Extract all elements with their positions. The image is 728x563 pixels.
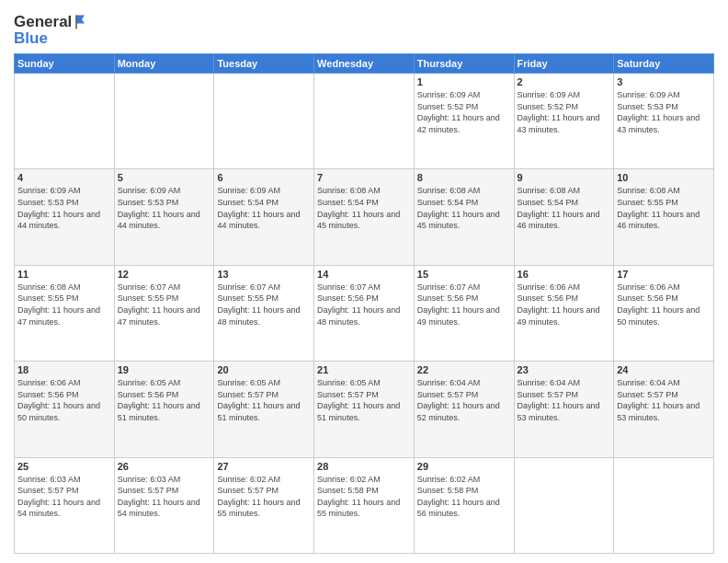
calendar-cell: 28Sunrise: 6:02 AM Sunset: 5:58 PM Dayli… (314, 457, 415, 553)
calendar-cell: 2Sunrise: 6:09 AM Sunset: 5:52 PM Daylig… (514, 74, 614, 169)
calendar-cell: 21Sunrise: 6:05 AM Sunset: 5:57 PM Dayli… (314, 362, 415, 457)
day-number: 24 (617, 364, 711, 375)
calendar-cell (614, 457, 714, 553)
day-info: Sunrise: 6:07 AM Sunset: 5:55 PM Dayligh… (217, 282, 311, 327)
calendar-cell: 27Sunrise: 6:02 AM Sunset: 5:57 PM Dayli… (214, 457, 314, 553)
calendar-cell: 29Sunrise: 6:02 AM Sunset: 5:58 PM Dayli… (414, 457, 514, 553)
day-info: Sunrise: 6:09 AM Sunset: 5:54 PM Dayligh… (217, 185, 311, 231)
calendar-cell (15, 74, 115, 169)
calendar-cell: 6Sunrise: 6:09 AM Sunset: 5:54 PM Daylig… (214, 169, 314, 265)
calendar-cell: 12Sunrise: 6:07 AM Sunset: 5:55 PM Dayli… (114, 265, 214, 361)
calendar-cell: 10Sunrise: 6:08 AM Sunset: 5:55 PM Dayli… (614, 169, 714, 265)
day-number: 17 (617, 269, 711, 280)
day-number: 5 (118, 172, 211, 183)
calendar-table: SundayMondayTuesdayWednesdayThursdayFrid… (14, 53, 714, 554)
day-number: 1 (417, 76, 511, 87)
calendar-cell (514, 457, 614, 553)
day-info: Sunrise: 6:07 AM Sunset: 5:56 PM Dayligh… (417, 282, 511, 327)
calendar-cell: 23Sunrise: 6:04 AM Sunset: 5:57 PM Dayli… (514, 362, 614, 457)
calendar-cell: 9Sunrise: 6:08 AM Sunset: 5:54 PM Daylig… (514, 169, 614, 265)
day-number: 9 (518, 172, 611, 183)
calendar-cell: 22Sunrise: 6:04 AM Sunset: 5:57 PM Dayli… (414, 362, 514, 457)
day-number: 20 (217, 364, 311, 375)
day-info: Sunrise: 6:08 AM Sunset: 5:54 PM Dayligh… (417, 185, 511, 231)
day-info: Sunrise: 6:05 AM Sunset: 5:57 PM Dayligh… (317, 377, 411, 423)
day-number: 28 (317, 461, 411, 472)
day-info: Sunrise: 6:03 AM Sunset: 5:57 PM Dayligh… (118, 474, 211, 520)
calendar-cell (314, 74, 415, 169)
header-friday: Friday (514, 54, 614, 74)
header-tuesday: Tuesday (214, 54, 314, 74)
day-info: Sunrise: 6:09 AM Sunset: 5:53 PM Dayligh… (118, 185, 211, 231)
day-info: Sunrise: 6:09 AM Sunset: 5:52 PM Dayligh… (518, 89, 611, 135)
day-number: 21 (317, 364, 411, 375)
calendar-week-3: 18Sunrise: 6:06 AM Sunset: 5:56 PM Dayli… (15, 362, 714, 457)
calendar-cell: 19Sunrise: 6:05 AM Sunset: 5:56 PM Dayli… (114, 362, 214, 457)
day-info: Sunrise: 6:04 AM Sunset: 5:57 PM Dayligh… (617, 377, 711, 423)
day-info: Sunrise: 6:09 AM Sunset: 5:53 PM Dayligh… (617, 89, 711, 135)
day-number: 14 (317, 269, 411, 280)
day-number: 10 (617, 172, 711, 183)
day-number: 22 (417, 364, 511, 375)
calendar-cell: 17Sunrise: 6:06 AM Sunset: 5:56 PM Dayli… (614, 265, 714, 361)
calendar-cell: 16Sunrise: 6:06 AM Sunset: 5:56 PM Dayli… (514, 265, 614, 361)
header-wednesday: Wednesday (314, 54, 415, 74)
calendar-cell: 4Sunrise: 6:09 AM Sunset: 5:53 PM Daylig… (15, 169, 115, 265)
calendar-cell: 3Sunrise: 6:09 AM Sunset: 5:53 PM Daylig… (614, 74, 714, 169)
calendar-cell: 5Sunrise: 6:09 AM Sunset: 5:53 PM Daylig… (114, 169, 214, 265)
day-info: Sunrise: 6:02 AM Sunset: 5:58 PM Dayligh… (417, 474, 511, 520)
svg-rect-0 (76, 16, 78, 29)
day-info: Sunrise: 6:04 AM Sunset: 5:57 PM Dayligh… (518, 377, 611, 423)
day-info: Sunrise: 6:08 AM Sunset: 5:54 PM Dayligh… (317, 185, 411, 231)
header-sunday: Sunday (15, 54, 115, 74)
day-number: 23 (518, 364, 611, 375)
day-number: 7 (317, 172, 411, 183)
calendar-cell: 24Sunrise: 6:04 AM Sunset: 5:57 PM Dayli… (614, 362, 714, 457)
page: General Blue SundayMondayTuesdayWednesda… (0, 0, 728, 563)
calendar-cell: 15Sunrise: 6:07 AM Sunset: 5:56 PM Dayli… (414, 265, 514, 361)
day-number: 12 (118, 269, 211, 280)
logo: General Blue (14, 13, 90, 48)
day-info: Sunrise: 6:09 AM Sunset: 5:53 PM Dayligh… (17, 185, 111, 231)
day-number: 27 (217, 461, 311, 472)
day-info: Sunrise: 6:05 AM Sunset: 5:57 PM Dayligh… (217, 377, 311, 423)
day-info: Sunrise: 6:06 AM Sunset: 5:56 PM Dayligh… (617, 282, 711, 327)
day-info: Sunrise: 6:02 AM Sunset: 5:58 PM Dayligh… (317, 474, 411, 520)
day-info: Sunrise: 6:04 AM Sunset: 5:57 PM Dayligh… (417, 377, 511, 423)
calendar-header-row: SundayMondayTuesdayWednesdayThursdayFrid… (15, 54, 714, 74)
logo-general-text: General (14, 13, 72, 31)
day-info: Sunrise: 6:06 AM Sunset: 5:56 PM Dayligh… (17, 377, 111, 423)
calendar-week-2: 11Sunrise: 6:08 AM Sunset: 5:55 PM Dayli… (15, 265, 714, 361)
day-info: Sunrise: 6:08 AM Sunset: 5:55 PM Dayligh… (17, 282, 111, 327)
day-number: 19 (118, 364, 211, 375)
calendar-cell: 1Sunrise: 6:09 AM Sunset: 5:52 PM Daylig… (414, 74, 514, 169)
logo-flag-icon (74, 14, 90, 30)
calendar-cell: 14Sunrise: 6:07 AM Sunset: 5:56 PM Dayli… (314, 265, 415, 361)
day-info: Sunrise: 6:09 AM Sunset: 5:52 PM Dayligh… (417, 89, 511, 135)
calendar-cell: 8Sunrise: 6:08 AM Sunset: 5:54 PM Daylig… (414, 169, 514, 265)
calendar-week-0: 1Sunrise: 6:09 AM Sunset: 5:52 PM Daylig… (15, 74, 714, 169)
logo-blue-text: Blue (14, 29, 90, 48)
day-number: 3 (617, 76, 711, 87)
day-number: 15 (417, 269, 511, 280)
header: General Blue (14, 9, 714, 48)
day-info: Sunrise: 6:06 AM Sunset: 5:56 PM Dayligh… (518, 282, 611, 327)
calendar-cell: 18Sunrise: 6:06 AM Sunset: 5:56 PM Dayli… (15, 362, 115, 457)
day-number: 2 (518, 76, 611, 87)
calendar-cell: 26Sunrise: 6:03 AM Sunset: 5:57 PM Dayli… (114, 457, 214, 553)
day-number: 16 (518, 269, 611, 280)
header-thursday: Thursday (414, 54, 514, 74)
calendar-cell (114, 74, 214, 169)
calendar-cell: 11Sunrise: 6:08 AM Sunset: 5:55 PM Dayli… (15, 265, 115, 361)
day-info: Sunrise: 6:07 AM Sunset: 5:56 PM Dayligh… (317, 282, 411, 327)
header-monday: Monday (114, 54, 214, 74)
day-number: 13 (217, 269, 311, 280)
calendar-week-4: 25Sunrise: 6:03 AM Sunset: 5:57 PM Dayli… (15, 457, 714, 553)
calendar-cell: 25Sunrise: 6:03 AM Sunset: 5:57 PM Dayli… (15, 457, 115, 553)
calendar-cell: 13Sunrise: 6:07 AM Sunset: 5:55 PM Dayli… (214, 265, 314, 361)
day-info: Sunrise: 6:03 AM Sunset: 5:57 PM Dayligh… (17, 474, 111, 520)
day-info: Sunrise: 6:08 AM Sunset: 5:54 PM Dayligh… (518, 185, 611, 231)
header-saturday: Saturday (614, 54, 714, 74)
day-number: 4 (17, 172, 111, 183)
day-number: 29 (417, 461, 511, 472)
